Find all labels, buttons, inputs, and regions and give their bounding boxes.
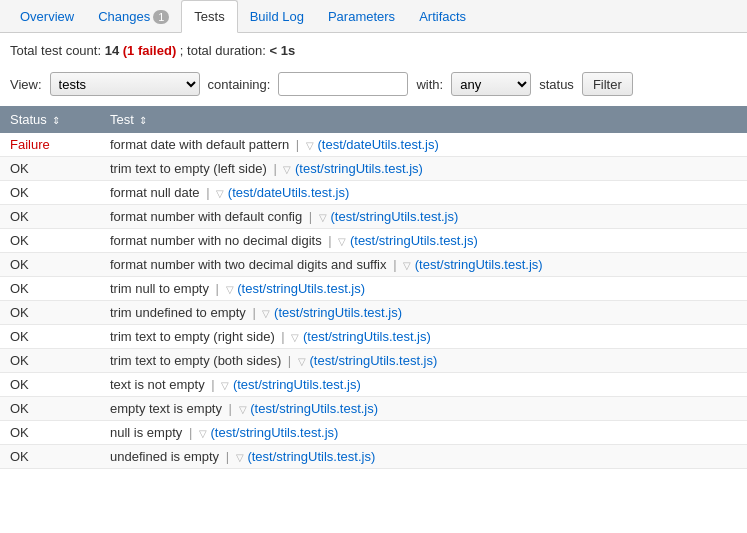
separator: | [288,353,295,368]
status-value: OK [10,185,29,200]
status-value: OK [10,281,29,296]
tab-parameters[interactable]: Parameters [316,1,407,32]
test-results-table: Status ⇕ Test ⇕ Failure format date with… [0,106,747,469]
triangle-icon[interactable]: ▽ [298,356,306,367]
view-label: View: [10,77,42,92]
failed-count: (1 failed) [123,43,176,58]
status-column-header[interactable]: Status ⇕ [0,106,100,133]
test-cell: trim text to empty (right side) | ▽ (tes… [100,325,747,349]
status-value: OK [10,449,29,464]
test-column-header[interactable]: Test ⇕ [100,106,747,133]
triangle-icon[interactable]: ▽ [319,212,327,223]
view-select[interactable]: tests [50,72,200,96]
test-file-link[interactable]: (test/stringUtils.test.js) [415,257,543,272]
triangle-icon[interactable]: ▽ [262,308,270,319]
table-row: OK text is not empty | ▽ (test/stringUti… [0,373,747,397]
test-file-link[interactable]: (test/stringUtils.test.js) [237,281,365,296]
test-cell: empty text is empty | ▽ (test/stringUtil… [100,397,747,421]
tab-tests[interactable]: Tests [181,0,237,33]
tab-buildlog[interactable]: Build Log [238,1,316,32]
test-file-link[interactable]: (test/dateUtils.test.js) [228,185,349,200]
test-sort-icon: ⇕ [139,115,147,126]
test-file-link[interactable]: (test/stringUtils.test.js) [274,305,402,320]
test-file-link[interactable]: (test/stringUtils.test.js) [250,401,378,416]
test-name: null is empty [110,425,182,440]
status-cell: OK [0,397,100,421]
test-file-link[interactable]: (test/stringUtils.test.js) [309,353,437,368]
status-cell: OK [0,325,100,349]
status-cell: OK [0,445,100,469]
summary-label: Total test count: [10,43,101,58]
table-row: OK format number with default config | ▽… [0,205,747,229]
test-file-link[interactable]: (test/stringUtils.test.js) [295,161,423,176]
containing-label: containing: [208,77,271,92]
table-header: Status ⇕ Test ⇕ [0,106,747,133]
status-cell: OK [0,277,100,301]
triangle-icon[interactable]: ▽ [283,164,291,175]
table-row: OK trim text to empty (right side) | ▽ (… [0,325,747,349]
table-row: OK format number with no decimal digits … [0,229,747,253]
status-value: OK [10,329,29,344]
triangle-icon[interactable]: ▽ [199,428,207,439]
status-cell: Failure [0,133,100,157]
test-file-link[interactable]: (test/stringUtils.test.js) [211,425,339,440]
duration-value: < 1s [270,43,296,58]
duration-label: total duration: [187,43,266,58]
table-row: OK null is empty | ▽ (test/stringUtils.t… [0,421,747,445]
triangle-icon[interactable]: ▽ [291,332,299,343]
test-file-link[interactable]: (test/stringUtils.test.js) [330,209,458,224]
test-cell: format number with default config | ▽ (t… [100,205,747,229]
table-row: OK trim undefined to empty | ▽ (test/str… [0,301,747,325]
tab-overview[interactable]: Overview [8,1,86,32]
status-value: OK [10,233,29,248]
with-select[interactable]: anypassedfailedignored [451,72,531,96]
test-file-link[interactable]: (test/stringUtils.test.js) [247,449,375,464]
triangle-icon[interactable]: ▽ [226,284,234,295]
status-value: OK [10,425,29,440]
containing-input[interactable] [278,72,408,96]
test-cell: trim undefined to empty | ▽ (test/string… [100,301,747,325]
test-file-link[interactable]: (test/stringUtils.test.js) [233,377,361,392]
status-cell: OK [0,229,100,253]
status-value: OK [10,257,29,272]
triangle-icon[interactable]: ▽ [306,140,314,151]
test-file-link[interactable]: (test/dateUtils.test.js) [317,137,438,152]
test-cell: undefined is empty | ▽ (test/stringUtils… [100,445,747,469]
test-name: trim null to empty [110,281,209,296]
separator: | [296,137,303,152]
test-name: text is not empty [110,377,205,392]
separator: | [189,425,196,440]
status-cell: OK [0,205,100,229]
table-row: OK trim null to empty | ▽ (test/stringUt… [0,277,747,301]
tab-artifacts[interactable]: Artifacts [407,1,478,32]
table-row: OK trim text to empty (left side) | ▽ (t… [0,157,747,181]
test-name: format null date [110,185,200,200]
with-label: with: [416,77,443,92]
test-count: 14 [105,43,123,58]
test-name: format number with default config [110,209,302,224]
triangle-icon[interactable]: ▽ [403,260,411,271]
triangle-icon[interactable]: ▽ [216,188,224,199]
triangle-icon[interactable]: ▽ [236,452,244,463]
triangle-icon[interactable]: ▽ [338,236,346,247]
test-name: empty text is empty [110,401,222,416]
status-value: OK [10,401,29,416]
filter-button[interactable]: Filter [582,72,633,96]
triangle-icon[interactable]: ▽ [221,380,229,391]
table-row: OK empty text is empty | ▽ (test/stringU… [0,397,747,421]
separator: | [216,281,223,296]
test-file-link[interactable]: (test/stringUtils.test.js) [303,329,431,344]
status-value[interactable]: Failure [10,137,50,152]
test-name: trim text to empty (right side) [110,329,275,344]
tab-changes[interactable]: Changes1 [86,1,181,32]
triangle-icon[interactable]: ▽ [239,404,247,415]
test-summary: Total test count: 14 (1 failed) ; total … [0,33,747,66]
status-cell: OK [0,373,100,397]
separator: | [252,305,259,320]
status-value: OK [10,161,29,176]
test-file-link[interactable]: (test/stringUtils.test.js) [350,233,478,248]
table-row: OK format null date | ▽ (test/dateUtils.… [0,181,747,205]
test-cell: trim null to empty | ▽ (test/stringUtils… [100,277,747,301]
status-cell: OK [0,181,100,205]
separator: | [309,209,316,224]
